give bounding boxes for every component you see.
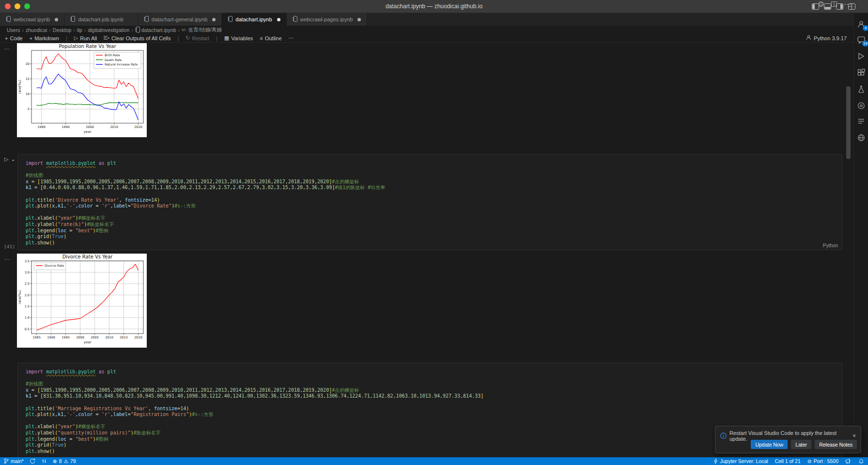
svg-text:1985: 1985 [32,336,41,339]
sync-changes-icon[interactable] [30,458,35,464]
split-editor-icon[interactable] [831,0,837,9]
code-line[interactable]: k1 = [831.30,951.10,934.10,848.50,823.10… [26,393,842,400]
clear-outputs-button[interactable]: Clear Outputs of All Cells [104,35,170,41]
code-line[interactable]: #折线图 [26,381,842,387]
code-line[interactable]: x = [1985,1990,1995,2000,2005,2006,2007,… [26,387,842,394]
add-markdown-cell-button[interactable]: +Markdown [30,35,59,41]
code-line[interactable]: plt.title('Divorce Rate Vs Year', fontsi… [26,197,842,204]
code-line[interactable] [26,375,842,382]
modified-dot-icon[interactable] [277,18,280,21]
publish-arrows-icon[interactable] [41,458,47,464]
breadcrumb-item[interactable]: Users [7,27,20,33]
breadcrumb-item[interactable]: digitalinvestigation [88,27,129,33]
port-item[interactable]: ⊘ Port : 5500 [807,458,838,464]
extensions-icon[interactable] [856,67,867,78]
code-line[interactable] [26,400,842,406]
breadcrumb-item[interactable]: M↓生育/结婚/离婚 [182,27,222,33]
jupyter-server-item[interactable]: Jupyter Server: Local [713,458,768,464]
code-line[interactable]: #折线图 [26,173,842,179]
problems-item[interactable]: ⊗ 8 ⚠ 79 [53,458,76,464]
minimize-window-button[interactable] [15,3,20,9]
run-debug-icon[interactable] [856,51,867,62]
tab-webcrawl-ipynb[interactable]: webcrawl.ipynb [0,13,64,26]
code-line[interactable]: plt.ylabel("rate(‰)")#纵坐标名字 [26,222,842,228]
toolbar-more-icon[interactable]: ⋯ [289,35,294,41]
svg-text:1990: 1990 [62,125,70,129]
code-cell-1[interactable]: import matplotlib.pyplot as plt #折线图x = … [17,154,842,250]
restart-button[interactable]: ↻Restart [186,35,209,41]
title-bar: datachart.ipynb — zhuodicai.github.io [0,0,868,13]
jupyter-server-icon [713,458,718,464]
add-code-cell-button[interactable]: +Code [5,35,23,41]
output-menu-icon[interactable]: ⋯ [4,46,10,52]
code-line[interactable]: plt.grid(True) [26,234,842,240]
maximize-window-button[interactable] [24,3,30,9]
code-line[interactable]: x = [1985,1990,1995,2000,2005,2006,2007,… [26,179,842,185]
browser-globe-icon[interactable] [856,132,867,143]
git-branch-item[interactable]: main* [4,458,24,464]
tab-label: webcrawl.ipynb [14,16,50,22]
more-actions-icon[interactable]: ⋯ [844,0,852,9]
svg-text:2.5: 2.5 [25,282,30,286]
run-cell-icon[interactable]: ▷ [4,156,8,162]
code-line[interactable]: k1 = [0.44,0.69,0.88,0.96,1.37,1.46,1.59… [26,185,842,191]
accounts-icon[interactable]: 4 [856,19,867,30]
update-now-button[interactable]: Update Now [751,440,788,449]
modified-dot-icon[interactable] [55,18,58,21]
tab-webcrawl-pages-ipynb[interactable]: webcrawl-pages.ipynb [287,13,368,26]
svg-text:20: 20 [26,62,30,66]
chat-icon[interactable]: 14 [856,34,867,45]
code-line[interactable]: plt.plot(x,k1,'-',color = 'r',label="Div… [26,203,842,209]
testing-beaker-icon[interactable] [856,84,867,95]
code-line[interactable]: plt.show() [26,240,842,246]
gear-icon[interactable]: ⚙ [818,0,824,9]
run-all-button[interactable]: ▷Run All [74,35,97,41]
code-line[interactable] [26,418,842,424]
notebook-file-icon [228,16,232,23]
variables-icon: ▦ [224,35,229,41]
feedback-megaphone-icon[interactable] [845,458,852,464]
modified-dot-icon[interactable] [212,18,216,21]
account-icon [806,35,811,41]
code-line[interactable]: import matplotlib.pyplot as plt [26,160,842,167]
output-menu-icon[interactable]: ⋯ [4,256,10,263]
code-line[interactable] [26,167,842,173]
chevron-down-icon[interactable]: ⌄ [11,156,15,162]
toolbar-separator: | [66,35,67,41]
svg-text:Divorce Rate: Divorce Rate [45,264,64,267]
breadcrumb-item[interactable]: datachart.ipynb [135,27,176,33]
remote-explorer-icon[interactable] [856,100,867,111]
cell-position-item[interactable]: Cell 1 of 21 [775,458,801,464]
close-icon[interactable]: × [852,433,857,439]
code-line[interactable]: plt.xlabel("year")#横坐标名字 [26,215,842,222]
code-line[interactable]: plt.plot(x,k1,'-',color = 'r',label="Reg… [26,412,842,418]
code-line[interactable]: import matplotlib.pyplot as plt [26,369,842,375]
notebook-file-icon [70,16,75,23]
variables-button[interactable]: ▦Variables [224,35,253,41]
notifications-bell-icon[interactable] [858,458,864,464]
kernel-picker[interactable]: Python 3.9.17 [806,35,847,41]
tab-datachart-ipynb[interactable]: datachart.ipynb [222,13,286,26]
editor-scrollbar[interactable] [846,86,851,159]
svg-text:rate(‰): rate(‰) [18,80,22,94]
release-notes-button[interactable]: Release Notes [815,440,857,449]
cell-language-label[interactable]: Python [823,243,838,248]
code-editor-1[interactable]: import matplotlib.pyplot as plt #折线图x = … [18,155,842,249]
svg-text:2015: 2015 [120,336,128,339]
modified-dot-icon[interactable] [357,18,361,21]
code-line[interactable]: plt.title('Marriage Registrations Vs Yea… [26,406,842,412]
svg-text:15: 15 [26,77,30,81]
later-button[interactable]: Later [791,440,811,449]
tab-datachart-general-ipynb[interactable]: datachart-general.ipynb [138,13,222,26]
outline-list-icon[interactable] [856,116,867,127]
tab-datachart-job-ipynb[interactable]: datachart-job.ipynb [64,13,138,26]
code-line[interactable] [26,209,842,216]
kernel-label: Python 3.9.17 [814,35,847,41]
outline-button[interactable]: ≡Outline [260,35,281,41]
breadcrumb-item[interactable]: itp [77,27,82,33]
breadcrumb-item[interactable]: Desktop [53,27,72,33]
code-line[interactable]: plt.legend(loc = "best")#图例 [26,228,842,234]
close-window-button[interactable] [5,3,11,9]
code-line[interactable] [26,191,842,197]
breadcrumb-item[interactable]: zhuodicai [26,27,47,33]
